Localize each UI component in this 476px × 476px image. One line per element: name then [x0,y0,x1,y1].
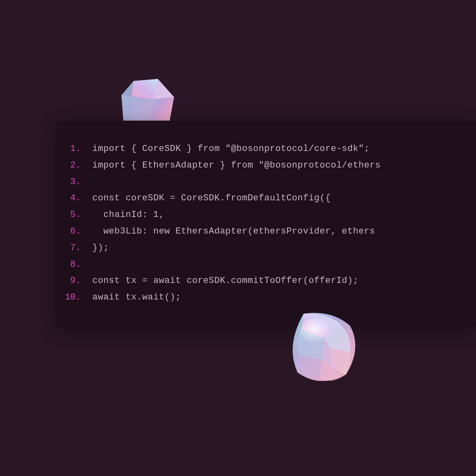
svg-marker-1 [132,79,158,99]
code-line: 10. await tx.wait(); [56,289,476,306]
line-number: 9. [56,273,92,289]
code-line: 7. }); [56,240,476,257]
code-snippet-card: 1. import { CoreSDK } from "@bosonprotoc… [56,121,476,327]
line-content: const tx = await coreSDK.commitToOffer(o… [92,273,359,289]
line-content: chainId: 1, [92,207,164,223]
code-line: 2. import { EthersAdapter } from "@boson… [56,157,476,174]
line-number: 7. [56,240,92,257]
line-number: 4. [56,190,92,207]
code-line: 6. web3Lib: new EthersAdapter(ethersProv… [56,223,476,240]
line-content: import { EthersAdapter } from "@bosonpro… [92,157,381,174]
code-line: 5. chainId: 1, [56,207,476,223]
code-line: 9. const tx = await coreSDK.commitToOffe… [56,273,476,289]
code-line: 1. import { CoreSDK } from "@bosonprotoc… [56,141,476,157]
line-number: 1. [56,141,92,157]
code-line: 8. [56,257,476,273]
svg-marker-5 [121,95,132,121]
line-number: 5. [56,207,92,223]
line-number: 10. [56,289,92,306]
line-content: import { CoreSDK } from "@bosonprotocol/… [92,141,370,157]
line-content: const coreSDK = CoreSDK.fromDefaultConfi… [92,190,331,207]
line-content: }); [92,240,109,257]
line-number: 3. [56,174,92,191]
line-content: await tx.wait(); [92,289,181,306]
line-content: web3Lib: new EthersAdapter(ethersProvide… [92,223,375,240]
code-line: 3. [56,174,476,191]
line-number: 2. [56,157,92,174]
line-number: 8. [56,257,92,273]
line-number: 6. [56,223,92,240]
svg-marker-2 [154,79,174,99]
code-line: 4. const coreSDK = CoreSDK.fromDefaultCo… [56,190,476,207]
